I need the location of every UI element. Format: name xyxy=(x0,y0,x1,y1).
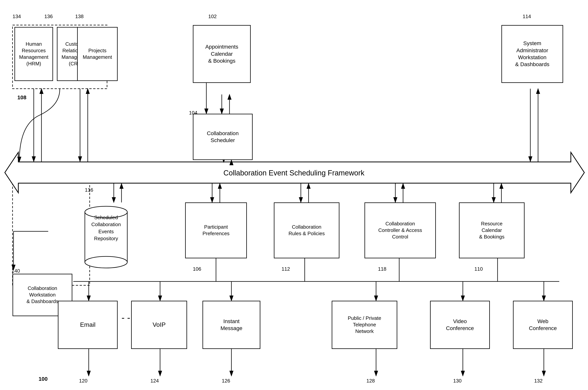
ref-106: 106 xyxy=(193,266,201,272)
instant-message-box: Instant Message xyxy=(203,301,260,349)
ref-124: 124 xyxy=(151,378,159,384)
collab-controller-box: Collaboration Controller & Access Contro… xyxy=(365,202,436,258)
resource-calendar-box: Resource Calendar & Bookings xyxy=(459,202,525,258)
ref-112: 112 xyxy=(282,266,290,272)
diagram: Collaboration Event Scheduling Framework xyxy=(0,0,588,390)
svg-marker-5 xyxy=(5,152,584,193)
svg-point-48 xyxy=(85,256,127,268)
video-conference-box: Video Conference xyxy=(430,301,490,349)
ref-100: 100 xyxy=(39,376,48,382)
ref-118: 118 xyxy=(378,266,386,272)
ref-130: 130 xyxy=(453,378,462,384)
voip-box: VoIP xyxy=(131,301,187,349)
ref-126: 126 xyxy=(222,378,230,384)
ref-128: 128 xyxy=(367,378,375,384)
ref-108: 108 xyxy=(17,95,26,101)
projects-box: Projects Management xyxy=(77,27,118,81)
framework-label: Collaboration Event Scheduling Framework xyxy=(223,169,365,177)
appointments-box: Appointments Calendar & Bookings xyxy=(193,25,251,83)
ref-136: 136 xyxy=(44,13,53,19)
ref-134: 134 xyxy=(12,13,21,19)
ref-140: 140 xyxy=(12,268,20,274)
collab-rules-box: Collaboration Rules & Policies xyxy=(274,202,339,258)
ref-114: 114 xyxy=(523,13,531,19)
pptn-box: Public / Private Telephone Network xyxy=(332,301,397,349)
web-conference-box: Web Conference xyxy=(513,301,573,349)
ref-132: 132 xyxy=(534,378,542,384)
sysadmin-box: System Administrator Workstation & Dashb… xyxy=(501,25,563,83)
ref-120: 120 xyxy=(79,378,87,384)
ref-116: 116 xyxy=(85,187,93,193)
hrm-box: Human Resources Management (HRM) xyxy=(14,27,53,81)
ref-138: 138 xyxy=(75,13,84,19)
svg-rect-4 xyxy=(12,174,90,285)
collab-scheduler-box: Collaboration Scheduler xyxy=(193,114,253,160)
participant-prefs-box: Participant Preferences xyxy=(185,202,247,258)
email-box: Email xyxy=(58,301,118,349)
ref-110: 110 xyxy=(475,266,483,272)
ref-102: 102 xyxy=(208,13,216,19)
dash-separator-1: - - xyxy=(121,312,130,323)
scheduled-events-cylinder: Scheduled Collaboration Events Repositor… xyxy=(83,202,129,268)
